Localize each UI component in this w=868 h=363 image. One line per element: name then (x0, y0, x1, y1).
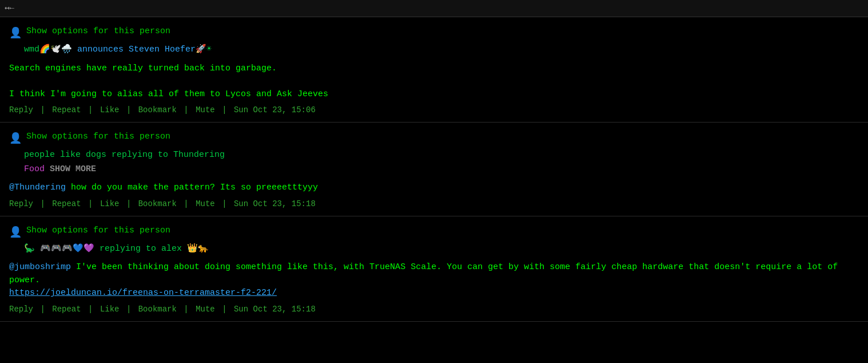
replying-to-label: replying to (106, 150, 173, 160)
sep: | (83, 105, 98, 115)
username[interactable]: people like dogs (24, 150, 106, 160)
bookmark-button[interactable]: Bookmark (138, 199, 177, 208)
sep: | (35, 199, 50, 208)
show-options-button[interactable]: Show options for this person (26, 224, 170, 238)
tags-line: Food SHOW MORE (9, 163, 859, 176)
username-suffix: 🚀☀️ (196, 45, 212, 54)
avatar-emoji: 🦕 (24, 244, 35, 254)
bookmark-button[interactable]: Bookmark (138, 305, 177, 314)
like-button[interactable]: Like (100, 305, 120, 314)
post-1-body: Search engines have really turned back i… (9, 62, 859, 101)
post-3-timestamp: Sun Oct 23, 15:18 (234, 305, 316, 314)
show-options-button[interactable]: Show options for this person (26, 131, 170, 144)
username[interactable]: wmd🌈🕊️🌧️ (24, 45, 72, 54)
back-arrow-icon[interactable]: ↤← (5, 2, 14, 14)
post-3: 👤 Show options for this person 🦕 🎮🎮🎮💙💜 r… (0, 216, 868, 322)
mute-button[interactable]: Mute (196, 105, 215, 115)
sep: | (179, 199, 193, 208)
post-2-timestamp: Sun Oct 23, 15:18 (234, 199, 316, 208)
post-3-url[interactable]: https://joelduncan.io/freenas-on-terrama… (9, 288, 277, 298)
repeat-button[interactable]: Repeat (52, 305, 81, 314)
sep: | (217, 199, 232, 208)
sep: | (35, 105, 50, 115)
username-line: 🦕 🎮🎮🎮💙💜 replying to alex 👑🐆 (9, 243, 859, 256)
username-line: people like dogs replying to Thundering (9, 149, 859, 162)
sep: | (179, 105, 193, 115)
like-button[interactable]: Like (100, 199, 120, 208)
repeat-button[interactable]: Repeat (52, 105, 81, 115)
sep: | (83, 305, 98, 314)
avatar: 👤 (9, 131, 22, 147)
post-2-actions: Reply | Repeat | Like | Bookmark | Mute … (9, 198, 859, 210)
post-1-actions: Reply | Repeat | Like | Bookmark | Mute … (9, 104, 859, 116)
bookmark-button[interactable]: Bookmark (138, 105, 177, 115)
reply-button[interactable]: Reply (9, 199, 33, 208)
post-2-body: @Thundering how do you make the pattern?… (9, 182, 859, 195)
tag-food[interactable]: Food (24, 164, 45, 174)
replying-to-user[interactable]: alex (161, 244, 182, 254)
reply-button[interactable]: Reply (9, 105, 33, 115)
show-options-button[interactable]: Show options for this person (26, 25, 170, 38)
sep: | (35, 305, 50, 314)
replying-to-suffix: 👑🐆 (187, 244, 209, 254)
sep: | (83, 199, 98, 208)
mention-link[interactable]: @jumboshrimp (9, 262, 71, 272)
mention-link[interactable]: @Thundering (9, 183, 66, 192)
sep: | (217, 305, 232, 314)
show-more-button[interactable]: SHOW MORE (50, 164, 96, 174)
post-1-timestamp: Sun Oct 23, 15:06 (234, 105, 316, 115)
post-1-header: 👤 Show options for this person (9, 25, 859, 41)
avatar: 👤 (9, 225, 22, 240)
username[interactable]: 🎮🎮🎮💙💜 (40, 244, 94, 254)
reply-button[interactable]: Reply (9, 305, 33, 314)
post-2-header: 👤 Show options for this person (9, 131, 859, 147)
sep: | (217, 105, 232, 115)
sep: | (121, 105, 136, 115)
sep: | (179, 305, 193, 314)
repeat-button[interactable]: Repeat (52, 199, 81, 208)
like-button[interactable]: Like (100, 105, 120, 115)
post-3-header: 👤 Show options for this person (9, 224, 859, 240)
username-line: wmd🌈🕊️🌧️ announces Steven Hoefer🚀☀️ (9, 44, 859, 57)
top-bar: ↤← (0, 0, 868, 17)
mute-button[interactable]: Mute (196, 199, 215, 208)
post-3-body: @jumboshrimp I've been thinking about do… (9, 261, 859, 300)
sep: | (121, 305, 136, 314)
post-1: 👤 Show options for this person wmd🌈🕊️🌧️ … (0, 17, 868, 123)
replying-to-label: replying to (94, 244, 161, 254)
sep: | (121, 199, 136, 208)
post-2: 👤 Show options for this person people li… (0, 123, 868, 216)
post-3-actions: Reply | Repeat | Like | Bookmark | Mute … (9, 303, 859, 315)
replying-to-user[interactable]: Thundering (173, 150, 225, 160)
announced-user[interactable]: Steven Hoefer (129, 45, 196, 54)
avatar: 👤 (9, 26, 22, 41)
mute-button[interactable]: Mute (196, 305, 215, 314)
announces-label: announces (72, 45, 129, 54)
